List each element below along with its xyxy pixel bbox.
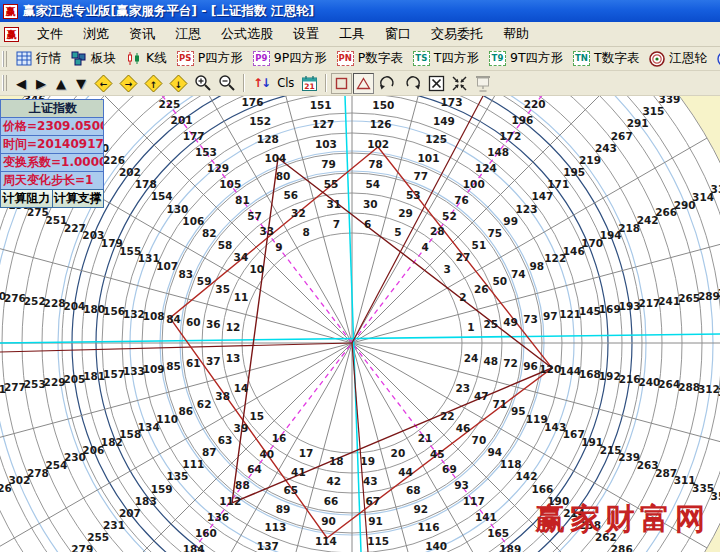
child-window-icon[interactable]: 赢	[4, 27, 19, 42]
square-overlay-tool-button[interactable]	[331, 73, 352, 94]
svg-text:81: 81	[235, 194, 250, 206]
svg-text:127: 127	[312, 118, 334, 130]
svg-text:159: 159	[151, 483, 173, 495]
svg-text:67: 67	[366, 495, 381, 507]
menu-tools[interactable]: 工具	[329, 22, 375, 46]
menu-trade[interactable]: 交易委托	[421, 22, 493, 46]
t9-badge-icon: T9	[489, 51, 506, 66]
svg-text:201: 201	[171, 114, 193, 126]
p9-square-button[interactable]: P9 9P四方形	[248, 49, 332, 68]
menu-settings[interactable]: 设置	[283, 22, 329, 46]
svg-text:115: 115	[367, 535, 389, 547]
t-square-button[interactable]: TS T四方形	[408, 49, 484, 68]
svg-text:25: 25	[483, 318, 498, 330]
svg-text:62: 62	[197, 398, 212, 410]
step-left-button[interactable]: ◀	[11, 74, 31, 93]
window-title: 赢家江恩专业版[赢家服务平台] - [上证指数 江恩轮]	[23, 3, 314, 20]
svg-text:192: 192	[599, 370, 621, 382]
gann-wheel-button[interactable]: 江恩轮	[644, 49, 712, 68]
calc-resistance-button[interactable]: 计算阻力	[0, 189, 53, 208]
svg-text:77: 77	[414, 170, 429, 182]
winner-wheel-button[interactable]: Big 赢家轮	[712, 49, 720, 68]
svg-text:106: 106	[182, 215, 204, 227]
svg-text:95: 95	[511, 405, 526, 417]
p-number-table-button[interactable]: PN P数字表	[332, 49, 408, 68]
svg-text:69: 69	[442, 463, 457, 475]
svg-text:16: 16	[272, 432, 287, 444]
price-updown-button[interactable]: ↑↓	[249, 75, 273, 91]
clear-overlays-button[interactable]	[425, 73, 448, 94]
toolbar-grip[interactable]	[2, 51, 7, 67]
cls-button[interactable]: Cls	[273, 74, 298, 92]
step-down-button[interactable]: ▼	[71, 74, 91, 93]
rotate-right-diamond-button[interactable]: →	[116, 72, 141, 95]
svg-text:8: 8	[302, 226, 309, 238]
triangle-overlay-tool-button[interactable]	[353, 73, 374, 94]
gann-wheel-chart[interactable]: 1234567891011121314151617181920212223242…	[0, 96, 720, 552]
svg-text:253: 253	[24, 378, 46, 390]
svg-text:184: 184	[183, 543, 205, 552]
menu-window[interactable]: 窗口	[375, 22, 421, 46]
svg-text:141: 141	[475, 511, 497, 523]
svg-text:196: 196	[511, 114, 533, 126]
presentation-button[interactable]	[471, 73, 495, 94]
sectors-button[interactable]: 板块	[66, 49, 121, 68]
svg-text:128: 128	[257, 133, 279, 145]
svg-text:152: 152	[249, 115, 271, 127]
svg-text:88: 88	[235, 479, 250, 491]
svg-text:89: 89	[276, 503, 291, 515]
calendar-button[interactable]: 21	[298, 73, 321, 94]
svg-text:19: 19	[360, 455, 375, 467]
menu-gann[interactable]: 江恩	[165, 22, 211, 46]
rotate-left-diamond-button[interactable]: ←	[91, 72, 116, 95]
rotate-ccw-button[interactable]	[375, 73, 400, 93]
svg-text:189: 189	[499, 543, 521, 552]
svg-text:47: 47	[474, 390, 489, 402]
calc-support-button[interactable]: 计算支撑	[52, 189, 105, 208]
svg-text:38: 38	[215, 390, 230, 402]
svg-text:←: ←	[100, 79, 108, 89]
svg-text:29: 29	[398, 207, 413, 219]
step-up-button[interactable]: ▲	[51, 74, 71, 93]
svg-text:42: 42	[326, 475, 341, 487]
svg-text:217: 217	[638, 297, 660, 309]
price-field: 价格=2309.0500	[0, 117, 104, 136]
svg-text:300: 300	[0, 290, 6, 302]
svg-text:121: 121	[559, 308, 581, 320]
toolbar-grip-2[interactable]	[2, 75, 7, 91]
quotes-button[interactable]: 行情	[11, 49, 66, 68]
expand-diamond-button[interactable]: ↑	[141, 72, 166, 95]
shrink-diamond-button[interactable]: ↓	[166, 72, 191, 95]
menu-help[interactable]: 帮助	[493, 22, 539, 46]
p-square-button[interactable]: PS P四方形	[172, 49, 248, 68]
svg-text:74: 74	[511, 268, 526, 280]
rotate-cw-button[interactable]	[400, 73, 425, 93]
diamond-up-icon: ↑	[144, 74, 163, 93]
svg-text:339: 339	[658, 96, 680, 105]
svg-text:291: 291	[627, 117, 649, 129]
sectors-label: 板块	[91, 50, 116, 67]
svg-text:240: 240	[638, 376, 660, 388]
zoom-in-button[interactable]	[191, 72, 215, 94]
fit-to-window-button[interactable]	[448, 73, 471, 94]
svg-text:7: 7	[333, 218, 340, 230]
svg-text:13: 13	[226, 352, 241, 364]
svg-text:255: 255	[87, 531, 109, 543]
t-number-table-button[interactable]: TN T数字表	[568, 49, 644, 68]
menu-browse[interactable]: 浏览	[73, 22, 119, 46]
menu-formula-stockpick[interactable]: 公式选股	[211, 22, 283, 46]
svg-text:204: 204	[63, 300, 85, 312]
svg-text:52: 52	[442, 210, 457, 222]
kline-button[interactable]: K线	[121, 49, 172, 68]
menu-news[interactable]: 资讯	[119, 22, 165, 46]
svg-text:1: 1	[467, 321, 474, 333]
svg-text:160: 160	[195, 527, 217, 539]
step-right-button[interactable]: ▶	[31, 74, 51, 93]
menu-file[interactable]: 文件	[27, 22, 73, 46]
svg-text:5: 5	[394, 226, 401, 238]
t9-square-button[interactable]: T9 9T四方形	[484, 49, 568, 68]
zoom-out-button[interactable]	[215, 72, 239, 94]
svg-text:90: 90	[321, 515, 336, 527]
svg-text:252: 252	[24, 295, 46, 307]
svg-text:84: 84	[166, 313, 181, 325]
